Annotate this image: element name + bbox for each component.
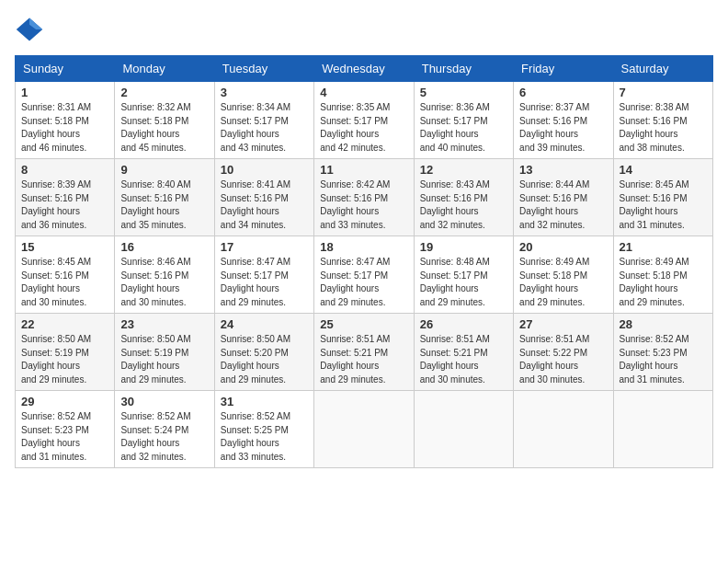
day-number: 19 [420, 240, 507, 254]
day-info: Sunrise: 8:35 AMSunset: 5:17 PMDaylight … [320, 102, 390, 153]
calendar-cell: 13Sunrise: 8:44 AMSunset: 5:16 PMDayligh… [514, 159, 613, 236]
calendar-cell: 30Sunrise: 8:52 AMSunset: 5:24 PMDayligh… [115, 391, 214, 468]
day-number: 5 [420, 86, 507, 99]
day-number: 8 [21, 163, 108, 177]
calendar-cell: 15Sunrise: 8:45 AMSunset: 5:16 PMDayligh… [16, 236, 115, 314]
calendar-cell [613, 391, 712, 468]
calendar-cell: 9Sunrise: 8:40 AMSunset: 5:16 PMDaylight… [115, 159, 214, 236]
calendar-cell: 14Sunrise: 8:45 AMSunset: 5:16 PMDayligh… [613, 159, 712, 236]
calendar-cell: 10Sunrise: 8:41 AMSunset: 5:16 PMDayligh… [214, 159, 313, 236]
calendar-header-friday: Friday [514, 56, 613, 82]
day-info: Sunrise: 8:51 AMSunset: 5:22 PMDaylight … [519, 334, 589, 385]
day-number: 18 [320, 240, 407, 254]
calendar-cell: 25Sunrise: 8:51 AMSunset: 5:21 PMDayligh… [314, 314, 414, 391]
day-info: Sunrise: 8:51 AMSunset: 5:21 PMDaylight … [320, 334, 390, 385]
calendar-cell: 3Sunrise: 8:34 AMSunset: 5:17 PMDaylight… [214, 82, 313, 159]
calendar-cell: 1Sunrise: 8:31 AMSunset: 5:18 PMDaylight… [16, 82, 115, 159]
calendar-cell: 20Sunrise: 8:49 AMSunset: 5:18 PMDayligh… [514, 236, 613, 314]
calendar-cell: 23Sunrise: 8:50 AMSunset: 5:19 PMDayligh… [115, 314, 214, 391]
day-number: 20 [519, 240, 607, 254]
day-number: 27 [519, 317, 607, 331]
calendar-header-row: SundayMondayTuesdayWednesdayThursdayFrid… [16, 56, 713, 82]
day-number: 23 [120, 317, 208, 331]
day-number: 10 [221, 163, 308, 177]
day-number: 3 [221, 86, 308, 99]
calendar-cell [514, 391, 613, 468]
day-info: Sunrise: 8:49 AMSunset: 5:18 PMDaylight … [519, 257, 589, 307]
day-info: Sunrise: 8:31 AMSunset: 5:18 PMDaylight … [21, 102, 91, 153]
day-number: 15 [21, 240, 108, 254]
day-info: Sunrise: 8:48 AMSunset: 5:17 PMDaylight … [420, 257, 490, 307]
calendar-cell: 6Sunrise: 8:37 AMSunset: 5:16 PMDaylight… [514, 82, 613, 159]
day-info: Sunrise: 8:46 AMSunset: 5:16 PMDaylight … [120, 257, 190, 307]
calendar-cell: 16Sunrise: 8:46 AMSunset: 5:16 PMDayligh… [115, 236, 214, 314]
calendar-cell: 26Sunrise: 8:51 AMSunset: 5:21 PMDayligh… [414, 314, 513, 391]
day-number: 11 [320, 163, 407, 177]
calendar-cell: 2Sunrise: 8:32 AMSunset: 5:18 PMDaylight… [115, 82, 214, 159]
calendar-week-row: 1Sunrise: 8:31 AMSunset: 5:18 PMDaylight… [16, 82, 713, 159]
calendar-body: 1Sunrise: 8:31 AMSunset: 5:18 PMDaylight… [16, 82, 713, 468]
day-number: 21 [620, 240, 707, 254]
day-number: 29 [21, 395, 108, 408]
calendar-cell: 7Sunrise: 8:38 AMSunset: 5:16 PMDaylight… [613, 82, 712, 159]
calendar-cell: 12Sunrise: 8:43 AMSunset: 5:16 PMDayligh… [414, 159, 513, 236]
day-info: Sunrise: 8:52 AMSunset: 5:23 PMDaylight … [21, 411, 91, 462]
day-info: Sunrise: 8:50 AMSunset: 5:19 PMDaylight … [21, 334, 91, 385]
day-info: Sunrise: 8:38 AMSunset: 5:16 PMDaylight … [620, 102, 689, 153]
calendar-header-wednesday: Wednesday [314, 56, 414, 82]
day-number: 6 [519, 86, 607, 99]
day-info: Sunrise: 8:36 AMSunset: 5:17 PMDaylight … [420, 102, 490, 153]
day-info: Sunrise: 8:41 AMSunset: 5:16 PMDaylight … [221, 179, 290, 230]
day-number: 25 [320, 317, 407, 331]
calendar-header-thursday: Thursday [414, 56, 513, 82]
day-info: Sunrise: 8:47 AMSunset: 5:17 PMDaylight … [221, 257, 290, 307]
day-info: Sunrise: 8:51 AMSunset: 5:21 PMDaylight … [420, 334, 490, 385]
calendar-table: SundayMondayTuesdayWednesdayThursdayFrid… [15, 55, 713, 468]
day-info: Sunrise: 8:52 AMSunset: 5:25 PMDaylight … [221, 411, 290, 462]
calendar-week-row: 22Sunrise: 8:50 AMSunset: 5:19 PMDayligh… [16, 314, 713, 391]
calendar-cell: 18Sunrise: 8:47 AMSunset: 5:17 PMDayligh… [314, 236, 414, 314]
day-info: Sunrise: 8:45 AMSunset: 5:16 PMDaylight … [21, 257, 91, 307]
page-header [15, 15, 713, 44]
calendar-header-saturday: Saturday [613, 56, 712, 82]
day-number: 28 [620, 317, 707, 331]
day-info: Sunrise: 8:47 AMSunset: 5:17 PMDaylight … [320, 257, 390, 307]
day-info: Sunrise: 8:52 AMSunset: 5:24 PMDaylight … [120, 411, 190, 462]
day-info: Sunrise: 8:49 AMSunset: 5:18 PMDaylight … [620, 257, 689, 307]
day-info: Sunrise: 8:52 AMSunset: 5:23 PMDaylight … [620, 334, 689, 385]
calendar-cell: 22Sunrise: 8:50 AMSunset: 5:19 PMDayligh… [16, 314, 115, 391]
calendar-week-row: 29Sunrise: 8:52 AMSunset: 5:23 PMDayligh… [16, 391, 713, 468]
day-info: Sunrise: 8:43 AMSunset: 5:16 PMDaylight … [420, 179, 490, 230]
day-number: 2 [120, 86, 208, 99]
day-info: Sunrise: 8:32 AMSunset: 5:18 PMDaylight … [120, 102, 190, 153]
day-number: 22 [21, 317, 108, 331]
day-number: 24 [221, 317, 308, 331]
calendar-cell: 27Sunrise: 8:51 AMSunset: 5:22 PMDayligh… [514, 314, 613, 391]
calendar-week-row: 8Sunrise: 8:39 AMSunset: 5:16 PMDaylight… [16, 159, 713, 236]
calendar-cell: 11Sunrise: 8:42 AMSunset: 5:16 PMDayligh… [314, 159, 414, 236]
day-info: Sunrise: 8:50 AMSunset: 5:20 PMDaylight … [221, 334, 290, 385]
day-info: Sunrise: 8:42 AMSunset: 5:16 PMDaylight … [320, 179, 390, 230]
day-number: 12 [420, 163, 507, 177]
day-number: 16 [120, 240, 208, 254]
calendar-cell: 4Sunrise: 8:35 AMSunset: 5:17 PMDaylight… [314, 82, 414, 159]
day-number: 9 [120, 163, 208, 177]
calendar-week-row: 15Sunrise: 8:45 AMSunset: 5:16 PMDayligh… [16, 236, 713, 314]
day-number: 17 [221, 240, 308, 254]
day-number: 26 [420, 317, 507, 331]
calendar-cell: 19Sunrise: 8:48 AMSunset: 5:17 PMDayligh… [414, 236, 513, 314]
day-info: Sunrise: 8:45 AMSunset: 5:16 PMDaylight … [620, 179, 689, 230]
day-info: Sunrise: 8:44 AMSunset: 5:16 PMDaylight … [519, 179, 589, 230]
calendar-cell: 5Sunrise: 8:36 AMSunset: 5:17 PMDaylight… [414, 82, 513, 159]
logo [15, 15, 48, 44]
calendar-header-monday: Monday [115, 56, 214, 82]
day-number: 30 [120, 395, 208, 408]
day-info: Sunrise: 8:37 AMSunset: 5:16 PMDaylight … [519, 102, 589, 153]
day-number: 1 [21, 86, 108, 99]
calendar-cell: 28Sunrise: 8:52 AMSunset: 5:23 PMDayligh… [613, 314, 712, 391]
day-number: 14 [620, 163, 707, 177]
day-number: 4 [320, 86, 407, 99]
day-info: Sunrise: 8:50 AMSunset: 5:19 PMDaylight … [120, 334, 190, 385]
calendar-cell [414, 391, 513, 468]
calendar-cell: 24Sunrise: 8:50 AMSunset: 5:20 PMDayligh… [214, 314, 313, 391]
